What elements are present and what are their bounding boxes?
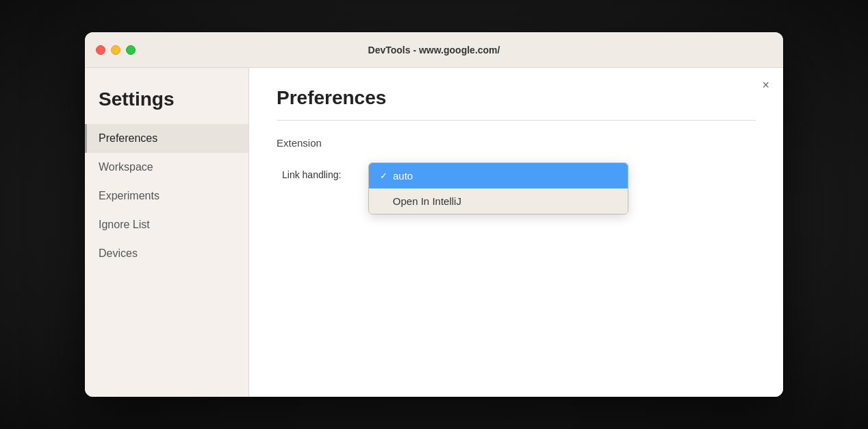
sidebar: Settings Preferences Workspace Experimen… xyxy=(85,68,249,397)
minimize-button[interactable] xyxy=(111,45,120,55)
dropdown-option-auto[interactable]: ✓ auto xyxy=(369,163,628,188)
option-intellij-label: Open In IntelliJ xyxy=(393,195,461,207)
sidebar-item-workspace[interactable]: Workspace xyxy=(85,153,248,182)
sidebar-item-experiments[interactable]: Experiments xyxy=(85,182,248,210)
dropdown-option-intellij[interactable]: Open In IntelliJ xyxy=(369,188,628,214)
window-title: DevTools - www.google.com/ xyxy=(368,45,500,56)
content-area: Settings Preferences Workspace Experimen… xyxy=(85,68,783,397)
sidebar-heading: Settings xyxy=(85,88,248,124)
sidebar-item-devices[interactable]: Devices xyxy=(85,239,248,268)
sidebar-item-ignore-list[interactable]: Ignore List xyxy=(85,210,248,239)
link-handling-row: Link handling: ✓ auto Open In IntelliJ xyxy=(277,162,756,214)
title-divider xyxy=(277,120,756,121)
close-panel-button[interactable]: × xyxy=(762,79,769,91)
dropdown-menu: ✓ auto Open In IntelliJ xyxy=(368,162,628,214)
link-handling-dropdown[interactable]: ✓ auto Open In IntelliJ xyxy=(368,162,628,214)
sidebar-item-preferences[interactable]: Preferences xyxy=(85,124,248,153)
main-panel: × Preferences Extension Link handling: ✓… xyxy=(249,68,783,397)
checkmark-icon: ✓ xyxy=(380,171,387,181)
traffic-lights xyxy=(96,45,136,55)
link-handling-label: Link handling: xyxy=(282,162,357,180)
devtools-window: DevTools - www.google.com/ Settings Pref… xyxy=(85,32,783,397)
option-auto-label: auto xyxy=(393,170,413,182)
checkmark-empty xyxy=(380,196,387,206)
titlebar: DevTools - www.google.com/ xyxy=(85,32,783,68)
close-button[interactable] xyxy=(96,45,105,55)
main-title: Preferences xyxy=(277,87,756,109)
maximize-button[interactable] xyxy=(126,45,136,55)
section-title: Extension xyxy=(277,137,756,149)
